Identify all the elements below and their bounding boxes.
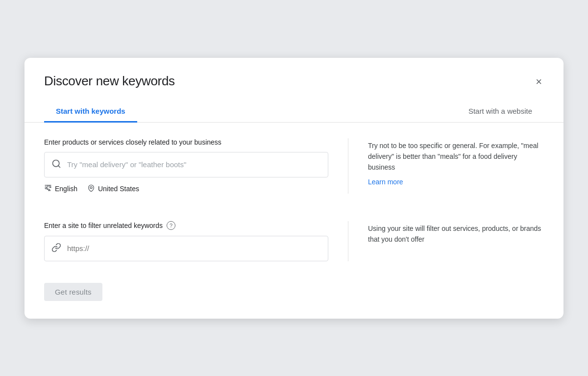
modal-title: Discover new keywords (44, 74, 175, 89)
tab-spacer (137, 101, 457, 122)
link-icon (51, 243, 61, 254)
learn-more-link[interactable]: Learn more (368, 178, 403, 186)
keywords-section-left: Enter products or services closely relat… (44, 138, 328, 194)
close-button[interactable]: × (534, 75, 544, 89)
modal-header: Discover new keywords × (24, 58, 564, 89)
site-label-row: Enter a site to filter unrelated keyword… (44, 221, 328, 230)
site-label: Enter a site to filter unrelated keyword… (44, 222, 163, 229)
keywords-search-input[interactable] (67, 160, 321, 169)
url-input[interactable] (67, 244, 321, 252)
modal-body: Enter products or services closely relat… (24, 123, 564, 279)
search-icon (51, 159, 61, 171)
url-input-wrapper (44, 236, 328, 261)
tab-start-with-keywords[interactable]: Start with keywords (44, 101, 137, 123)
keywords-hint-text: Try not to be too specific or general. F… (368, 140, 544, 173)
site-filter-section: Enter a site to filter unrelated keyword… (44, 221, 544, 261)
modal-overlay: Discover new keywords × Start with keywo… (0, 0, 588, 376)
separator (44, 211, 544, 221)
tab-start-with-website[interactable]: Start with a website (457, 101, 544, 123)
language-icon (44, 184, 52, 194)
site-filter-hint-text: Using your site will filter out services… (368, 223, 544, 245)
keywords-hint: Try not to be too specific or general. F… (348, 138, 544, 194)
keywords-section-label: Enter products or services closely relat… (44, 138, 328, 146)
svg-point-3 (90, 186, 92, 188)
help-icon[interactable]: ? (167, 221, 175, 230)
language-selector[interactable]: English (44, 184, 77, 194)
get-results-button[interactable]: Get results (44, 283, 102, 301)
site-filter-hint: Using your site will filter out services… (348, 221, 544, 261)
modal-footer: Get results (24, 279, 564, 319)
keywords-input-wrapper (44, 152, 328, 177)
svg-line-1 (58, 165, 60, 167)
keywords-section: Enter products or services closely relat… (44, 138, 544, 194)
locale-row: English United States (44, 184, 328, 194)
site-filter-section-left: Enter a site to filter unrelated keyword… (44, 221, 328, 261)
location-icon (87, 184, 95, 194)
language-label: English (55, 185, 77, 193)
location-selector[interactable]: United States (87, 184, 139, 194)
modal-dialog: Discover new keywords × Start with keywo… (24, 58, 564, 319)
tab-bar: Start with keywords Start with a website (24, 101, 564, 123)
location-label: United States (98, 185, 139, 193)
